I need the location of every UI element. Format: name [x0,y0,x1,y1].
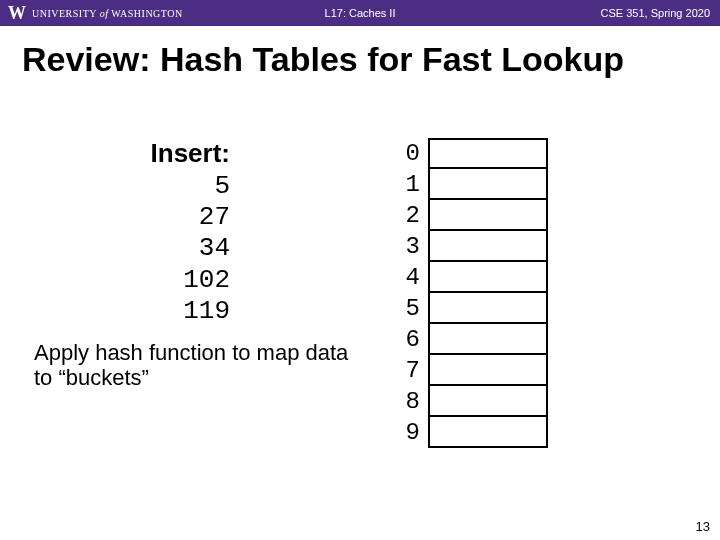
insert-value: 34 [40,233,230,264]
bucket-index: 9 [400,417,428,448]
bucket-index: 3 [400,231,428,262]
insert-value: 102 [40,265,230,296]
bucket-row: 2 [400,200,548,231]
bucket-table: 0 1 2 3 4 5 6 [400,138,548,448]
bucket-row: 4 [400,262,548,293]
bucket-cell [428,169,548,200]
bucket-cell [428,355,548,386]
bucket-cell [428,324,548,355]
course-label: CSE 351, Spring 2020 [601,7,710,19]
bucket-cell [428,262,548,293]
bucket-row: 1 [400,169,548,200]
uw-w-icon: W [8,4,26,22]
insert-label: Insert: [40,138,230,169]
slide: W UNIVERSITY of WASHINGTON L17: Caches I… [0,0,720,540]
slide-title: Review: Hash Tables for Fast Lookup [22,40,720,79]
bucket-cell [428,417,548,448]
lecture-label: L17: Caches II [325,7,396,19]
bucket-index: 1 [400,169,428,200]
bucket-row: 3 [400,231,548,262]
bucket-cell [428,386,548,417]
bucket-row: 9 [400,417,548,448]
bucket-cell [428,200,548,231]
insert-block: Insert: 5 27 34 102 119 [40,138,230,327]
insert-value: 119 [40,296,230,327]
bucket-index: 8 [400,386,428,417]
bucket-index: 7 [400,355,428,386]
bucket-index: 4 [400,262,428,293]
page-number: 13 [696,519,710,534]
insert-value: 27 [40,202,230,233]
bucket-row: 8 [400,386,548,417]
bucket-index: 5 [400,293,428,324]
insert-value: 5 [40,171,230,202]
bucket-row: 5 [400,293,548,324]
bucket-row: 0 [400,138,548,169]
bucket-index: 0 [400,138,428,169]
bucket-row: 7 [400,355,548,386]
university-name: UNIVERSITY of WASHINGTON [32,8,183,19]
bucket-index: 2 [400,200,428,231]
bucket-cell [428,138,548,169]
bucket-cell [428,293,548,324]
uw-logo: W UNIVERSITY of WASHINGTON [8,4,183,22]
bucket-index: 6 [400,324,428,355]
header-bar: W UNIVERSITY of WASHINGTON L17: Caches I… [0,0,720,26]
caption-text: Apply hash function to map data to “buck… [34,340,354,391]
bucket-row: 6 [400,324,548,355]
bucket-cell [428,231,548,262]
insert-values: 5 27 34 102 119 [40,171,230,327]
